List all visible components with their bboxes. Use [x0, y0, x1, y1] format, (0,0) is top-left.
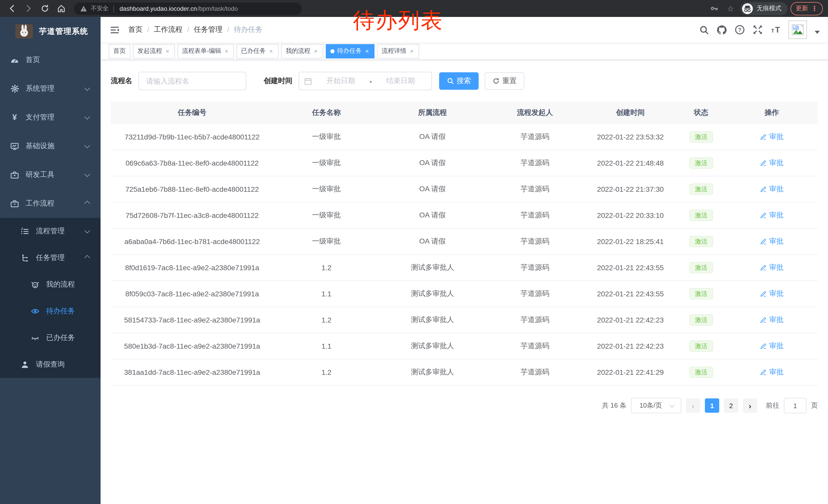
approve-link[interactable]: 审批: [760, 367, 784, 377]
page-button-1[interactable]: 1: [705, 398, 719, 413]
key-icon[interactable]: [707, 2, 721, 15]
approve-label: 审批: [769, 341, 784, 351]
tab-发起流程[interactable]: 发起流程×: [133, 44, 175, 58]
approve-link[interactable]: 审批: [760, 211, 784, 220]
breadcrumb-item[interactable]: 首页: [128, 25, 142, 34]
edit-icon: [760, 264, 767, 271]
create-time: 2022-01-22 21:37:30: [584, 176, 676, 202]
sidebar-item-已办任务[interactable]: 已办任务: [0, 325, 100, 351]
approve-link[interactable]: 审批: [760, 315, 784, 324]
edit-icon: [760, 133, 767, 140]
approve-link[interactable]: 审批: [760, 341, 784, 351]
action-cell: 审批: [726, 124, 818, 150]
browser-menu-dots-icon[interactable]: ⋮: [811, 5, 818, 12]
help-icon[interactable]: ?: [735, 25, 745, 35]
close-icon[interactable]: ×: [165, 47, 170, 55]
task-name: 一级审批: [274, 150, 379, 176]
process-name: OA 请假: [379, 150, 485, 176]
sidebar-item-支付管理[interactable]: ¥支付管理: [0, 103, 100, 132]
address-bar[interactable]: 不安全 │ dashboard.yudao.iocoder.cn/bpm/tas…: [74, 2, 302, 15]
sidebar-item-首页[interactable]: 首页: [0, 46, 100, 74]
approve-link[interactable]: 审批: [760, 184, 784, 193]
incognito-label: 无痕模式: [757, 4, 781, 13]
app-title: 芋道管理系统: [39, 27, 88, 36]
sidebar-collapse-icon[interactable]: [109, 24, 120, 35]
date-range-picker[interactable]: 开始日期 - 结束日期: [299, 72, 432, 90]
home-icon[interactable]: [54, 2, 68, 15]
reset-button[interactable]: 重置: [485, 72, 524, 90]
tab-首页[interactable]: 首页: [109, 44, 130, 58]
process-name: OA 请假: [379, 124, 485, 150]
eye-icon: [31, 307, 40, 316]
tab-我的流程[interactable]: 我的流程×: [281, 44, 323, 58]
breadcrumb-item[interactable]: 工作流程: [154, 25, 182, 34]
status-cell: 激活: [676, 307, 726, 333]
sidebar-item-研发工具[interactable]: 研发工具: [0, 161, 100, 189]
prev-page-button[interactable]: ‹: [686, 398, 700, 413]
close-icon[interactable]: ×: [224, 47, 229, 55]
text-size-icon[interactable]: TT: [771, 25, 781, 35]
approve-link[interactable]: 审批: [760, 132, 784, 141]
close-icon[interactable]: ×: [409, 47, 415, 55]
close-icon[interactable]: ×: [364, 47, 370, 55]
next-page-button[interactable]: ›: [743, 398, 757, 413]
page-size-select[interactable]: 10条/页: [631, 398, 681, 413]
sidebar-item-请假查询[interactable]: 请假查询: [0, 351, 100, 378]
top-navbar: 首页/工作流程/任务管理/待办任务 ? TT: [100, 17, 828, 43]
table-row: 580e1b3d-7ac8-11ec-a9e2-a2380e71991a1.1测…: [111, 333, 818, 359]
tab-流程详情[interactable]: 流程详情×: [377, 44, 419, 58]
star-bookmark-icon[interactable]: ☆: [724, 2, 737, 15]
tab-label: 首页: [113, 47, 126, 55]
incognito-icon: [742, 3, 753, 14]
goto-page-input[interactable]: [784, 398, 806, 413]
breadcrumb-item[interactable]: 任务管理: [194, 25, 223, 34]
approve-link[interactable]: 审批: [760, 158, 784, 168]
approve-link[interactable]: 审批: [760, 263, 784, 272]
forward-icon[interactable]: [22, 2, 35, 15]
status-cell: 激活: [676, 176, 726, 202]
process-name-input[interactable]: [138, 72, 246, 90]
close-icon[interactable]: ×: [313, 47, 319, 55]
sidebar-item-工作流程[interactable]: 工作流程: [0, 189, 100, 218]
breadcrumb-item: 待办任务: [234, 25, 262, 34]
close-icon[interactable]: ×: [268, 47, 274, 55]
avatar[interactable]: [788, 20, 807, 39]
approve-link[interactable]: 审批: [760, 289, 784, 298]
chevron-down-icon: [84, 142, 90, 148]
back-icon[interactable]: [5, 2, 18, 15]
sidebar-item-待办任务[interactable]: 待办任务: [0, 298, 100, 325]
end-date-placeholder[interactable]: 结束日期: [375, 77, 426, 86]
reload-icon[interactable]: [38, 2, 51, 15]
start-date-placeholder[interactable]: 开始日期: [315, 77, 367, 86]
page-button-2[interactable]: 2: [724, 398, 738, 413]
tab-待办任务[interactable]: 待办任务×: [326, 44, 374, 58]
status-cell: 激活: [676, 359, 726, 385]
task-id: 725a1eb6-7b88-11ec-8ef0-acde48001122: [111, 176, 274, 202]
process-name: OA 请假: [379, 228, 485, 255]
chevron-down-icon: [669, 402, 674, 407]
sidebar-item-label: 研发工具: [26, 170, 54, 179]
column-header-任务名称: 任务名称: [274, 101, 379, 124]
sidebar-item-系统管理[interactable]: 系统管理: [0, 74, 100, 103]
edit-icon: [760, 290, 767, 297]
sidebar-item-流程管理[interactable]: 流程管理: [0, 218, 100, 244]
create-time: 2022-01-21 22:43:55: [584, 255, 676, 281]
tab-流程表单-编辑[interactable]: 流程表单-编辑×: [177, 44, 234, 58]
starter: 芋道源码: [486, 281, 585, 307]
table-header-row: 任务编号任务名称所属流程流程发起人创建时间状态操作: [111, 101, 818, 124]
github-icon[interactable]: [717, 25, 727, 35]
status-cell: 激活: [676, 124, 726, 150]
avatar-caret-down-icon[interactable]: [815, 31, 820, 34]
sidebar-item-label: 已办任务: [46, 333, 75, 342]
task-id: 8f0d1619-7ac8-11ec-a9e2-a2380e71991a: [111, 255, 274, 281]
search-button[interactable]: 搜索: [439, 72, 479, 90]
tab-已办任务[interactable]: 已办任务×: [237, 44, 279, 58]
fullscreen-icon[interactable]: [753, 25, 763, 35]
update-button[interactable]: 更新 ⋮: [791, 2, 823, 15]
sidebar-item-任务管理[interactable]: 任务管理: [0, 244, 100, 271]
approve-link[interactable]: 审批: [760, 237, 784, 246]
sidebar-item-基础设施[interactable]: 基础设施: [0, 132, 100, 161]
search-icon[interactable]: [699, 25, 709, 35]
sidebar-item-我的流程[interactable]: 我的流程: [0, 271, 100, 298]
active-tab-dot: [330, 49, 334, 53]
